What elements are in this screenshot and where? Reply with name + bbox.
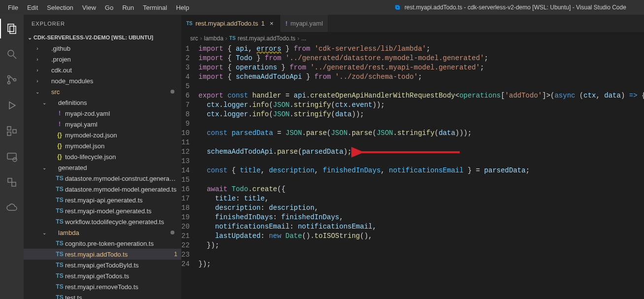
file-rest.myapi.getTodoById.ts[interactable]: TSrest.myapi.getTodoById.ts: [24, 260, 181, 270]
activity-search-icon[interactable]: [0, 44, 24, 64]
breadcrumb-separator: ›: [298, 35, 300, 42]
line-number: 5: [181, 82, 190, 91]
code-line[interactable]: [199, 157, 644, 166]
code-line[interactable]: const { title, description, finishedInDa…: [199, 166, 644, 175]
file-workflow.todolifecycle.generated.ts[interactable]: TSworkflow.todolifecycle.generated.ts: [24, 216, 181, 227]
activity-extensions-icon[interactable]: [0, 121, 24, 141]
token-punc: }: [281, 45, 294, 53]
activity-remote-icon[interactable]: [0, 147, 24, 166]
code-line[interactable]: });: [199, 260, 644, 269]
code-line[interactable]: description: description,: [199, 203, 644, 213]
tab-myapi.yaml[interactable]: !myapi.yaml: [280, 15, 328, 32]
token-punc: [199, 195, 215, 202]
code-line[interactable]: finishedInDays: finishedInDays,: [199, 213, 644, 222]
activity-testing-icon[interactable]: [0, 172, 24, 192]
code-line[interactable]: schemaAddTodoApi.parse(parsedData);: [199, 147, 644, 157]
folder-.projen[interactable]: ›.projen: [24, 54, 181, 65]
menu-terminal[interactable]: Terminal: [139, 2, 171, 13]
folder-definitions[interactable]: ⌄definitions: [24, 97, 181, 108]
code-line[interactable]: [199, 138, 644, 147]
breadcrumb-segment[interactable]: src: [190, 35, 198, 42]
code-lines[interactable]: import { api, errors } from 'cdk-serverl…: [199, 44, 644, 269]
tab-rest.myapi.addTodo.ts[interactable]: TSrest.myapi.addTodo.ts1×: [181, 15, 280, 32]
code-editor[interactable]: 123456789101112131415161718192021222324 …: [181, 44, 644, 269]
menu-run[interactable]: Run: [118, 2, 138, 13]
file-myapi-zod.yaml[interactable]: !myapi-zod.yaml: [24, 108, 181, 119]
breadcrumb-segment[interactable]: rest.myapi.addTodo.ts: [237, 35, 295, 42]
token-punc: [306, 64, 310, 71]
code-line[interactable]: title: title,: [199, 194, 644, 203]
folder-node_modules[interactable]: ›node_modules: [24, 75, 181, 86]
code-line[interactable]: import { Todo } from '../generated/datas…: [199, 54, 644, 63]
code-line[interactable]: [199, 119, 644, 129]
token-punc: ]>(: [542, 92, 554, 100]
token-punc: =: [273, 129, 285, 137]
code-line[interactable]: ctx.logger.info(JSON.stringify(data));: [199, 110, 644, 119]
token-punc: :: [261, 204, 269, 212]
file-myapi.yaml[interactable]: !myapi.yaml: [24, 119, 181, 130]
tree-item-label: .projen: [51, 56, 177, 63]
file-mymodel.json[interactable]: {}mymodel.json: [24, 140, 181, 151]
chevron-down-icon: ⌄: [40, 100, 48, 105]
file-datastore.mymodel-construct.generated.ts[interactable]: TSdatastore.mymodel-construct.generated.…: [24, 173, 181, 184]
code-line[interactable]: import { operations } from '../generated…: [199, 63, 644, 72]
file-rest.myapi-api.generated.ts[interactable]: TSrest.myapi-api.generated.ts: [24, 195, 181, 205]
file-rest.myapi.getTodos.ts[interactable]: TSrest.myapi.getTodos.ts: [24, 270, 181, 281]
file-test.ts[interactable]: TStest.ts: [24, 292, 181, 299]
code-line[interactable]: const parsedData = JSON.parse(JSON.parse…: [199, 129, 644, 138]
line-number: 10: [181, 129, 190, 138]
menu-view[interactable]: View: [78, 2, 100, 13]
line-number: 8: [181, 110, 190, 119]
token-key: from: [290, 64, 306, 71]
folder-cdk.out[interactable]: ›cdk.out: [24, 65, 181, 75]
activity-cloud-icon[interactable]: [0, 198, 24, 218]
code-line[interactable]: ctx.logger.info(JSON.stringify(ctx.event…: [199, 100, 644, 110]
token-punc: [310, 45, 314, 53]
activity-explorer-icon[interactable]: [0, 19, 24, 38]
code-line[interactable]: });: [199, 241, 644, 250]
tab-close-icon[interactable]: ×: [268, 20, 275, 27]
code-line[interactable]: [199, 250, 644, 260]
menu-help[interactable]: Help: [172, 2, 193, 13]
file-cognito.pre-token-generation.ts[interactable]: TScognito.pre-token-generation.ts: [24, 238, 181, 249]
file-rest.myapi-model.generated.ts[interactable]: TSrest.myapi-model.generated.ts: [24, 205, 181, 216]
file-rest.myapi.addTodo.ts[interactable]: TSrest.myapi.addTodo.ts1: [24, 249, 181, 260]
folder-lambda[interactable]: ⌄lambda: [24, 227, 181, 238]
folder-.github[interactable]: ›.github: [24, 43, 181, 54]
code-line[interactable]: export const handler = api.createOpenApi…: [199, 91, 644, 100]
file-todo-lifecycle.json[interactable]: {}todo-lifecycle.json: [24, 151, 181, 162]
token-punc: });: [199, 260, 211, 268]
menu-file[interactable]: File: [4, 2, 22, 13]
breadcrumb-segment[interactable]: lambda: [204, 35, 223, 42]
token-punc: ().: [302, 232, 314, 240]
token-punc: .: [347, 129, 351, 137]
token-punc: ;: [426, 45, 430, 53]
code-line[interactable]: notificationsEmail: notificationsEmail,: [199, 222, 644, 232]
token-fn: toISOString: [314, 232, 360, 240]
token-var: title: [215, 195, 236, 202]
code-line[interactable]: import { schemaAddTodoApi } from '../zod…: [199, 72, 644, 82]
code-line[interactable]: import { api, errors } from 'cdk-serverl…: [199, 44, 644, 54]
file-mymodel-zod.json[interactable]: {}mymodel-zod.json: [24, 130, 181, 140]
menu-edit[interactable]: Edit: [23, 2, 42, 13]
file-rest.myapi.removeTodo.ts[interactable]: TSrest.myapi.removeTodo.ts: [24, 281, 181, 292]
activity-scm-icon[interactable]: [0, 70, 24, 90]
activity-debug-icon[interactable]: [0, 96, 24, 115]
explorer-section-header[interactable]: ⌄ CDK-SERVERLESS-V2-DEMO [WSL: UBUNTU]: [24, 32, 181, 43]
code-line[interactable]: [199, 175, 644, 185]
menu-selection[interactable]: Selection: [43, 2, 77, 13]
code-line[interactable]: [199, 82, 644, 91]
menu-go[interactable]: Go: [101, 2, 117, 13]
token-punc: (: [331, 101, 335, 109]
breadcrumb-segment[interactable]: ...: [302, 35, 306, 42]
code-line[interactable]: lastUpdated: new Date().toISOString(),: [199, 232, 644, 241]
svg-rect-9: [7, 132, 11, 135]
folder-src[interactable]: ⌄src: [24, 86, 181, 97]
file-datastore.mymodel-model.generated.ts[interactable]: TSdatastore.mymodel-model.generated.ts: [24, 184, 181, 195]
folder-generated[interactable]: ⌄generated: [24, 162, 181, 173]
breadcrumbs[interactable]: src›lambda›TSrest.myapi.addTodo.ts›...: [181, 32, 644, 44]
tree-item-label: rest.myapi-api.generated.ts: [65, 197, 177, 204]
line-number: 9: [181, 119, 190, 129]
token-fn: stringify: [294, 110, 331, 118]
code-line[interactable]: await Todo.create({: [199, 185, 644, 194]
